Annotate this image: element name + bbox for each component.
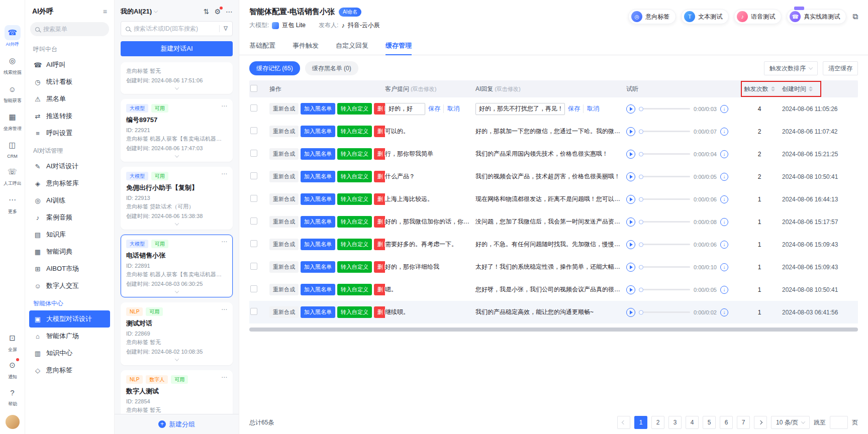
cache-blacklist-button[interactable]: 缓存黑名单 (0): [305, 61, 358, 75]
delete-button[interactable]: 删 除: [374, 171, 385, 182]
resynthesize-button[interactable]: 重新合成: [269, 306, 299, 318]
delete-button[interactable]: 删 除: [374, 103, 385, 115]
add-blacklist-button[interactable]: 加入黑名单: [301, 193, 335, 205]
row-checkbox[interactable]: [250, 285, 257, 292]
row-checkbox[interactable]: [250, 308, 257, 315]
download-icon[interactable]: ↓: [720, 308, 728, 316]
to-custom-button[interactable]: 转入自定义: [337, 103, 372, 115]
play-button[interactable]: [626, 308, 635, 317]
slider-knob[interactable]: [639, 106, 643, 111]
page-number-button[interactable]: 2: [651, 416, 664, 429]
page-number-button[interactable]: 4: [686, 416, 699, 429]
cancel-link[interactable]: 取消: [443, 104, 459, 113]
audio-progress-slider[interactable]: [639, 221, 690, 223]
next-page-button[interactable]: [754, 416, 767, 429]
download-icon[interactable]: ↓: [720, 286, 728, 294]
page-number-button[interactable]: 5: [703, 416, 716, 429]
to-custom-button[interactable]: 转入自定义: [337, 284, 372, 295]
config-tab[interactable]: 基础配置: [249, 36, 275, 55]
audio-progress-slider[interactable]: [639, 131, 690, 132]
play-button[interactable]: [626, 127, 635, 136]
delete-button[interactable]: 删 除: [374, 216, 385, 228]
menu-item[interactable]: ☎ AI呼叫: [29, 56, 110, 73]
audio-progress-slider[interactable]: [639, 153, 690, 155]
ai-search-box[interactable]: ∇: [121, 21, 233, 36]
horizontal-scrollbar[interactable]: [249, 328, 858, 332]
row-checkbox[interactable]: [250, 240, 257, 247]
config-tab[interactable]: 事件触发: [293, 36, 319, 55]
customer-question[interactable]: 什么产品？: [385, 172, 470, 181]
rail-item[interactable]: ◫ CRM: [3, 138, 23, 159]
ai-card[interactable]: ⋯ 大模型 可用 编号89757 ID: 22921 意向标签 机器人获客【售卖…: [121, 99, 233, 162]
ai-list-title[interactable]: 我的AI(21): [121, 7, 152, 16]
customer-question[interactable]: 上海上海比较远。: [385, 195, 470, 203]
slider-knob[interactable]: [639, 152, 643, 156]
ai-reply[interactable]: 没问题，您加了我微信后，我会第一时间发送产品资料和报...: [475, 218, 621, 226]
save-link[interactable]: 保存: [568, 104, 580, 113]
reply-edit-input[interactable]: [475, 103, 565, 115]
page-number-button[interactable]: 7: [737, 416, 750, 429]
play-button[interactable]: [626, 218, 635, 227]
card-expand[interactable]: [126, 358, 227, 364]
menu-item[interactable]: ☺ 数字人交互: [29, 277, 110, 294]
page-size-select[interactable]: 10 条/页: [771, 416, 810, 429]
sort-carets-icon[interactable]: [809, 86, 813, 91]
download-icon[interactable]: ↓: [720, 173, 728, 181]
menu-item[interactable]: ◷ 统计看板: [29, 73, 110, 90]
card-expand[interactable]: [126, 154, 227, 160]
more-icon[interactable]: ⋯: [221, 238, 227, 245]
more-icon[interactable]: ⋯: [221, 306, 227, 313]
menu-item[interactable]: ⌂ 智能体广场: [29, 328, 110, 345]
slider-knob[interactable]: [639, 174, 643, 179]
save-link[interactable]: 保存: [428, 104, 440, 113]
ai-reply[interactable]: 我们的视频会议产品，技术超厉害，价格也很美丽哦！: [475, 172, 621, 181]
clear-cache-button[interactable]: 清空缓存: [823, 61, 858, 75]
menu-search-box[interactable]: [30, 22, 109, 36]
select-all-checkbox[interactable]: [250, 85, 257, 92]
ai-reply[interactable]: 现在网络和物流都很发达，距离不是问题哦！您可以先了解...: [475, 195, 621, 203]
filter-icon[interactable]: ∇: [219, 25, 228, 32]
ai-reply[interactable]: 好的，那就加一下您的微信，您通过一下哈。我的微信号是 ...: [475, 127, 621, 136]
delete-button[interactable]: 删 除: [374, 306, 385, 318]
line-test-button[interactable]: ☎ 真实线路测试: [787, 9, 846, 24]
play-button[interactable]: [626, 263, 635, 272]
menu-item[interactable]: ◇ 意向标签: [29, 362, 110, 379]
audio-progress-slider[interactable]: [639, 266, 690, 268]
to-custom-button[interactable]: 转入自定义: [337, 306, 372, 318]
delete-button[interactable]: 删 除: [374, 284, 385, 295]
menu-item[interactable]: ▥ 知识中心: [29, 345, 110, 362]
slider-knob[interactable]: [639, 265, 643, 269]
resynthesize-button[interactable]: 重新合成: [269, 261, 299, 273]
resynthesize-button[interactable]: 重新合成: [269, 126, 299, 137]
resynthesize-button[interactable]: 重新合成: [269, 103, 299, 115]
play-button[interactable]: [626, 195, 635, 204]
ai-reply[interactable]: 您好呀，我是小张，我们公司的视频会议产品真的很不错呢...: [475, 285, 621, 294]
collapse-menu-icon[interactable]: ≡: [103, 8, 107, 16]
customer-question[interactable]: 好的，那你详细给我: [385, 263, 470, 271]
slider-knob[interactable]: [639, 129, 643, 134]
customer-question[interactable]: 可以的。: [385, 127, 470, 136]
menu-item[interactable]: ◎ AI训练: [29, 192, 110, 209]
row-checkbox[interactable]: [250, 218, 257, 225]
audio-progress-slider[interactable]: [639, 108, 690, 110]
customer-question[interactable]: 继续呗。: [385, 308, 470, 316]
delete-button[interactable]: 删 除: [374, 126, 385, 137]
play-button[interactable]: [626, 240, 635, 249]
card-expand[interactable]: [126, 290, 227, 296]
menu-item[interactable]: ⊞ AIBOT市场: [29, 260, 110, 277]
add-blacklist-button[interactable]: 加入黑名单: [301, 284, 335, 295]
download-icon[interactable]: ↓: [720, 105, 728, 113]
add-blacklist-button[interactable]: 加入黑名单: [301, 306, 335, 318]
intent-tag-button[interactable]: ◎ 意向标签: [628, 9, 676, 24]
resynthesize-button[interactable]: 重新合成: [269, 239, 299, 250]
to-custom-button[interactable]: 转入自定义: [337, 261, 372, 273]
to-custom-button[interactable]: 转入自定义: [337, 193, 372, 205]
cache-memory-button[interactable]: 缓存记忆 (65): [249, 61, 300, 75]
download-icon[interactable]: ↓: [720, 195, 728, 203]
menu-item[interactable]: ⇄ 推送转接: [29, 107, 110, 125]
user-avatar[interactable]: [6, 415, 20, 429]
resynthesize-button[interactable]: 重新合成: [269, 284, 299, 295]
page-number-button[interactable]: 6: [720, 416, 733, 429]
resynthesize-button[interactable]: 重新合成: [269, 148, 299, 160]
rail-item[interactable]: ◎ 线索挖掘: [3, 53, 23, 76]
